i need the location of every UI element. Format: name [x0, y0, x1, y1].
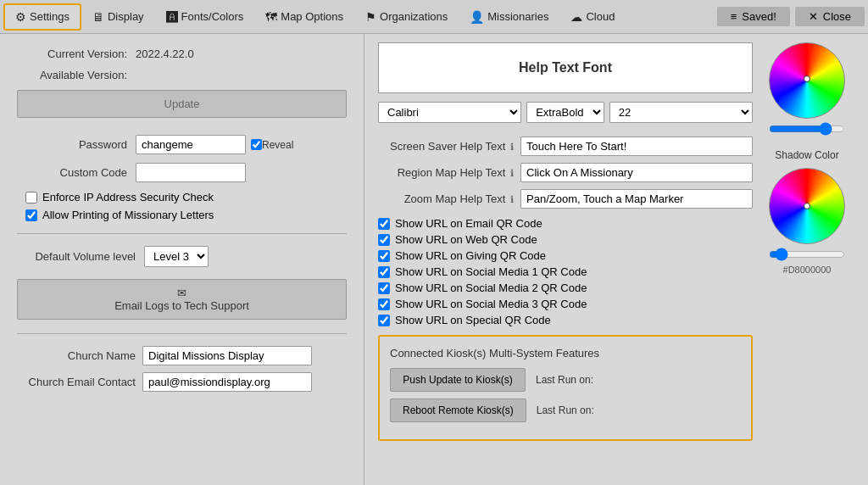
nav-fonts-colors[interactable]: 🅰 Fonts/Colors — [155, 4, 255, 30]
nav-org-label: Organizations — [380, 10, 448, 23]
qr-social2-checkbox[interactable] — [378, 282, 390, 294]
password-input[interactable] — [136, 135, 246, 154]
password-row: Password Reveal — [17, 135, 347, 154]
navbar: ⚙ Settings 🖥 Display 🅰 Fonts/Colors 🗺 Ma… — [0, 0, 868, 34]
region-map-label-text: Region Map Help Text — [398, 166, 506, 179]
nav-map-options[interactable]: 🗺 Map Options — [254, 4, 354, 30]
reveal-checkbox[interactable] — [251, 139, 262, 150]
region-map-row: Region Map Help Text ℹ — [378, 163, 753, 182]
reveal-label: Reveal — [262, 139, 293, 151]
volume-row: Default Volume level Level 1 Level 2 Lev… — [17, 246, 347, 267]
enforce-ip-checkbox[interactable] — [25, 192, 37, 203]
qr-row-6: Show URL on Special QR Code — [378, 314, 753, 326]
zoom-map-input[interactable] — [520, 189, 753, 209]
saved-label: Saved! — [742, 10, 776, 23]
nav-missionaries-label: Missionaries — [487, 10, 548, 23]
shadow-color-wheel[interactable] — [769, 168, 845, 244]
church-name-row: Church Name — [17, 346, 347, 365]
kiosk-title: Connected Kiosk(s) Multi-System Features — [390, 347, 741, 360]
qr-web-checkbox[interactable] — [378, 234, 390, 246]
church-email-input[interactable] — [142, 372, 312, 392]
qr-social1-checkbox[interactable] — [378, 266, 390, 278]
settings-icon: ⚙ — [15, 10, 26, 24]
enforce-ip-row: Enforce IP Address Security Check — [25, 191, 347, 203]
available-version-row: Available Version: — [17, 69, 347, 81]
reboot-row: Reboot Remote Kiosk(s) Last Run on: — [390, 399, 741, 422]
region-map-info-icon[interactable]: ℹ — [510, 168, 514, 178]
push-update-row: Push Update to Kiosk(s) Last Run on: — [390, 368, 741, 392]
screen-saver-input[interactable] — [520, 137, 753, 156]
saved-button[interactable]: ≡ Saved! — [717, 7, 790, 26]
email-logs-button[interactable]: ✉ Email Logs to Tech Support — [17, 279, 347, 320]
font-family-select[interactable]: Calibri Arial Times New Roman Verdana — [378, 102, 521, 123]
qr-web-label: Show URL on Web QR Code — [395, 233, 537, 246]
right-content: Help Text Font Calibri Arial Times New R… — [378, 42, 854, 441]
zoom-map-info-icon[interactable]: ℹ — [510, 194, 514, 204]
church-name-input[interactable] — [142, 346, 312, 365]
close-label: Close — [823, 10, 851, 23]
reboot-button[interactable]: Reboot Remote Kiosk(s) — [390, 399, 526, 422]
screen-saver-label-text: Screen Saver Help Text — [390, 140, 505, 153]
primary-color-wheel-container — [769, 42, 845, 139]
current-version-value: 2022.4.22.0 — [136, 47, 194, 60]
allow-printing-label: Allow Printing of Missionary Letters — [42, 209, 214, 221]
display-icon: 🖥 — [92, 10, 104, 24]
zoom-map-label-text: Zoom Map Help Text — [404, 192, 506, 205]
primary-brightness-slider[interactable] — [769, 122, 845, 136]
email-btn-label: Email Logs to Tech Support — [114, 299, 249, 312]
nav-cloud[interactable]: ☁ Cloud — [559, 4, 626, 30]
zoom-map-row: Zoom Map Help Text ℹ — [378, 189, 753, 209]
qr-giving-checkbox[interactable] — [378, 250, 390, 262]
push-update-button[interactable]: Push Update to Kiosk(s) — [390, 368, 526, 392]
qr-row-0: Show URL on Email QR Code — [378, 217, 753, 230]
primary-color-wheel[interactable] — [769, 42, 845, 119]
font-size-select[interactable]: 16 18 20 22 24 28 — [609, 102, 753, 123]
font-weight-select[interactable]: Regular Bold ExtraBold Italic — [526, 102, 604, 123]
current-version-row: Current Version: 2022.4.22.0 — [17, 47, 347, 60]
shadow-color-wheel-container: #D8000000 — [769, 168, 845, 275]
church-name-label: Church Name — [17, 349, 136, 362]
right-main: Help Text Font Calibri Arial Times New R… — [378, 42, 753, 441]
password-label: Password — [17, 138, 127, 151]
qr-giving-label: Show URL on Giving QR Code — [395, 249, 546, 262]
email-icon: ✉ — [177, 287, 186, 299]
qr-row-2: Show URL on Giving QR Code — [378, 249, 753, 262]
right-side-colors: Shadow Color #D8000000 — [753, 42, 854, 441]
shadow-color-label: Shadow Color — [775, 149, 838, 161]
close-button[interactable]: ✕ Close — [795, 7, 865, 26]
right-panel: Help Text Font Calibri Arial Times New R… — [364, 34, 868, 485]
qr-special-checkbox[interactable] — [378, 315, 390, 326]
shadow-color-dot — [804, 203, 810, 209]
church-email-row: Church Email Contact — [17, 372, 347, 392]
qr-social3-checkbox[interactable] — [378, 298, 390, 310]
nav-organizations[interactable]: ⚑ Organizations — [354, 4, 459, 30]
allow-printing-checkbox[interactable] — [25, 209, 37, 221]
region-map-input[interactable] — [520, 163, 753, 182]
nav-fonts-label: Fonts/Colors — [181, 10, 244, 23]
qr-email-label: Show URL on Email QR Code — [395, 217, 542, 230]
nav-missionaries[interactable]: 👤 Missionaries — [459, 4, 559, 30]
nav-map-label: Map Options — [281, 10, 343, 23]
nav-display[interactable]: 🖥 Display — [81, 4, 155, 30]
qr-row-5: Show URL on Social Media 3 QR Code — [378, 298, 753, 310]
shadow-brightness-slider[interactable] — [769, 248, 845, 261]
primary-color-dot — [804, 75, 810, 82]
missionaries-icon: 👤 — [470, 10, 484, 24]
volume-select[interactable]: Level 1 Level 2 Level 3 Level 4 Level 5 — [144, 246, 209, 267]
nav-settings[interactable]: ⚙ Settings — [3, 3, 81, 31]
qr-social3-label: Show URL on Social Media 3 QR Code — [395, 298, 587, 310]
current-version-label: Current Version: — [17, 47, 127, 60]
update-button[interactable]: Update — [17, 90, 347, 118]
qr-row-1: Show URL on Web QR Code — [378, 233, 753, 246]
screen-saver-info-icon[interactable]: ℹ — [510, 142, 514, 152]
volume-label: Default Volume level — [17, 250, 136, 263]
zoom-map-label: Zoom Map Help Text ℹ — [378, 192, 514, 205]
custom-code-input[interactable] — [136, 163, 246, 182]
main-content: Current Version: 2022.4.22.0 Available V… — [0, 34, 868, 485]
close-icon: ✕ — [809, 10, 818, 23]
push-last-run-label: Last Run on: — [536, 374, 593, 386]
qr-email-checkbox[interactable] — [378, 218, 390, 230]
cloud-icon: ☁ — [570, 10, 582, 24]
enforce-ip-label: Enforce IP Address Security Check — [42, 191, 214, 203]
top-right-buttons: ≡ Saved! ✕ Close — [717, 7, 865, 26]
